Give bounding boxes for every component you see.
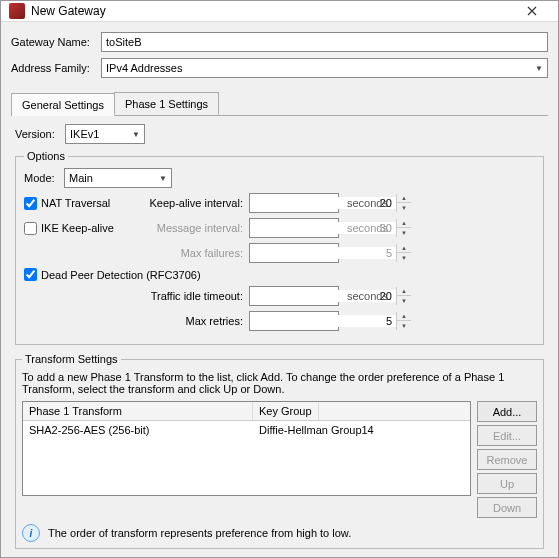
close-button[interactable]: [514, 1, 550, 21]
address-family-value: IPv4 Addresses: [106, 62, 182, 74]
traffic-idle-label: Traffic idle timeout:: [139, 290, 249, 302]
tab-phase1-settings[interactable]: Phase 1 Settings: [114, 92, 219, 115]
seconds-label: seconds: [339, 222, 388, 234]
tab-general-settings[interactable]: General Settings: [11, 93, 115, 116]
keepalive-interval-spinner[interactable]: ▲▼: [249, 193, 339, 213]
max-failures-spinner[interactable]: ▲▼: [249, 243, 339, 263]
transform-body: Phase 1 Transform Key Group SHA2-256-AES…: [22, 401, 537, 518]
spinner-buttons[interactable]: ▲▼: [396, 194, 411, 212]
max-retries-label: Max retries:: [139, 315, 249, 327]
max-retries-row: Max retries: ▲▼: [24, 311, 535, 331]
up-button[interactable]: Up: [477, 473, 537, 494]
spin-up-icon[interactable]: ▲: [397, 287, 411, 296]
spinner-buttons[interactable]: ▲▼: [396, 287, 411, 305]
mode-row: Mode: Main ▼: [24, 168, 535, 188]
spin-down-icon[interactable]: ▼: [397, 321, 411, 330]
ike-keepalive-checkbox[interactable]: [24, 222, 37, 235]
nat-row: NAT Traversal Keep-alive interval: ▲▼ se…: [24, 193, 535, 213]
nat-traversal-label: NAT Traversal: [41, 197, 110, 209]
down-button[interactable]: Down: [477, 497, 537, 518]
app-icon: [9, 3, 25, 19]
spin-down-icon[interactable]: ▼: [397, 253, 411, 262]
dpd-label: Dead Peer Detection (RFC3706): [41, 269, 201, 281]
spinner-buttons[interactable]: ▲▼: [396, 312, 411, 330]
message-interval-label: Message interval:: [139, 222, 249, 234]
mode-value: Main: [69, 172, 93, 184]
info-row: i The order of transform represents pref…: [22, 524, 537, 542]
transform-description: To add a new Phase 1 Transform to the li…: [22, 371, 537, 395]
window-title: New Gateway: [31, 4, 514, 18]
phase1-panel: Version: IKEv1 ▼ Options Mode: Main ▼: [11, 116, 548, 558]
gateway-name-input[interactable]: [101, 32, 548, 52]
col-header-keygroup: Key Group: [253, 402, 319, 420]
version-value: IKEv1: [70, 128, 99, 140]
close-icon: [527, 6, 537, 16]
cell-transform: SHA2-256-AES (256-bit): [23, 421, 253, 439]
info-text: The order of transform represents prefer…: [48, 527, 351, 539]
ike-keepalive-label: IKE Keep-alive: [41, 222, 114, 234]
spin-down-icon[interactable]: ▼: [397, 296, 411, 305]
spinner-buttons[interactable]: ▲▼: [396, 219, 411, 237]
content-area: Gateway Name: Address Family: IPv4 Addre…: [1, 22, 558, 558]
transform-fieldset: Transform Settings To add a new Phase 1 …: [15, 353, 544, 549]
message-interval-spinner[interactable]: ▲▼: [249, 218, 339, 238]
maxfail-row: Max failures: ▲▼: [24, 243, 535, 263]
options-fieldset: Options Mode: Main ▼ NAT Traversal Keep-…: [15, 150, 544, 345]
col-header-transform: Phase 1 Transform: [23, 402, 253, 420]
seconds-label: seconds: [339, 290, 388, 302]
max-retries-spinner[interactable]: ▲▼: [249, 311, 339, 331]
spin-down-icon[interactable]: ▼: [397, 228, 411, 237]
titlebar: New Gateway: [1, 1, 558, 22]
transform-legend: Transform Settings: [22, 353, 121, 365]
dpd-checkbox[interactable]: [24, 268, 37, 281]
keepalive-interval-label: Keep-alive interval:: [139, 197, 249, 209]
add-button[interactable]: Add...: [477, 401, 537, 422]
address-family-row: Address Family: IPv4 Addresses ▼: [11, 58, 548, 78]
table-header: Phase 1 Transform Key Group: [23, 402, 470, 421]
transform-table[interactable]: Phase 1 Transform Key Group SHA2-256-AES…: [22, 401, 471, 496]
cell-keygroup: Diffie-Hellman Group14: [253, 421, 380, 439]
spin-up-icon[interactable]: ▲: [397, 194, 411, 203]
address-family-label: Address Family:: [11, 62, 101, 74]
seconds-label: seconds: [339, 197, 388, 209]
spin-up-icon[interactable]: ▲: [397, 312, 411, 321]
mode-label: Mode:: [24, 172, 64, 184]
table-row[interactable]: SHA2-256-AES (256-bit) Diffie-Hellman Gr…: [23, 421, 470, 439]
spinner-buttons[interactable]: ▲▼: [396, 244, 411, 262]
spin-up-icon[interactable]: ▲: [397, 219, 411, 228]
remove-button[interactable]: Remove: [477, 449, 537, 470]
chevron-down-icon: ▼: [132, 130, 140, 139]
max-retries-input[interactable]: [250, 315, 396, 327]
traffic-idle-spinner[interactable]: ▲▼: [249, 286, 339, 306]
dialog-window: New Gateway Gateway Name: Address Family…: [0, 0, 559, 558]
version-label: Version:: [15, 128, 65, 140]
max-failures-label: Max failures:: [139, 247, 249, 259]
tab-strip: General Settings Phase 1 Settings: [11, 92, 548, 116]
gateway-name-label: Gateway Name:: [11, 36, 101, 48]
transform-buttons: Add... Edit... Remove Up Down: [477, 401, 537, 518]
chevron-down-icon: ▼: [535, 64, 543, 73]
spin-up-icon[interactable]: ▲: [397, 244, 411, 253]
options-legend: Options: [24, 150, 68, 162]
max-failures-input[interactable]: [250, 247, 396, 259]
address-family-select[interactable]: IPv4 Addresses ▼: [101, 58, 548, 78]
edit-button[interactable]: Edit...: [477, 425, 537, 446]
spin-down-icon[interactable]: ▼: [397, 203, 411, 212]
version-row: Version: IKEv1 ▼: [15, 124, 544, 144]
chevron-down-icon: ▼: [159, 174, 167, 183]
dpd-row: Dead Peer Detection (RFC3706): [24, 268, 535, 281]
traffic-idle-row: Traffic idle timeout: ▲▼ seconds: [24, 286, 535, 306]
info-icon: i: [22, 524, 40, 542]
nat-traversal-checkbox[interactable]: [24, 197, 37, 210]
gateway-name-row: Gateway Name:: [11, 32, 548, 52]
version-select[interactable]: IKEv1 ▼: [65, 124, 145, 144]
ike-row: IKE Keep-alive Message interval: ▲▼ seco…: [24, 218, 535, 238]
mode-select[interactable]: Main ▼: [64, 168, 172, 188]
